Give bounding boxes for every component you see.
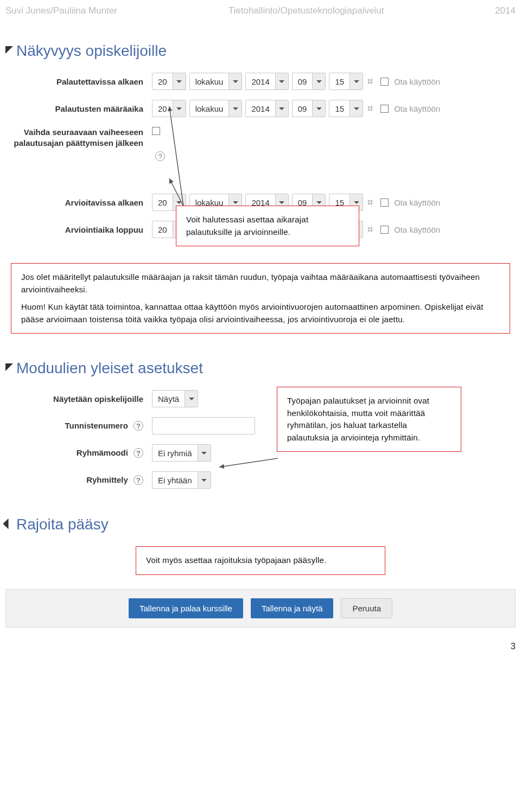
checkbox-next-phase[interactable]: [152, 127, 160, 135]
section-visibility[interactable]: Näkyvyys opiskelijoille: [5, 42, 516, 60]
show-select[interactable]: Näytä: [152, 390, 198, 407]
help-icon[interactable]: ?: [134, 421, 143, 431]
enable-label: Ota käyttöön: [394, 77, 440, 86]
enable-checkbox[interactable]: [380, 199, 389, 207]
enable-label: Ota käyttöön: [394, 198, 440, 207]
help-icon[interactable]: ?: [134, 475, 143, 485]
enable-checkbox[interactable]: [380, 226, 389, 234]
month-select[interactable]: lokakuu: [189, 100, 243, 117]
save-return-button[interactable]: Tallenna ja palaa kurssille: [129, 598, 243, 618]
section-module[interactable]: Moduulien yleiset asetukset: [5, 360, 516, 377]
month-select[interactable]: lokakuu: [189, 73, 243, 90]
calendar-icon[interactable]: ⌗: [367, 76, 373, 87]
calendar-icon[interactable]: ⌗: [367, 197, 373, 208]
groupmode-select[interactable]: Ei ryhmiä: [152, 444, 211, 462]
enable-checkbox[interactable]: [380, 78, 389, 86]
callout-restrict: Voit myös asettaa rajoituksia työpajaan …: [136, 546, 385, 575]
callout-deadlines: Voit halutessasi asettaa aikarajat palau…: [176, 206, 359, 246]
label-assess-end: Arviointiaika loppuu: [5, 225, 152, 234]
year-select[interactable]: 2014: [245, 73, 288, 90]
header-year: 2014: [495, 5, 516, 16]
enable-checkbox[interactable]: [380, 105, 389, 113]
idnumber-input[interactable]: [152, 417, 255, 434]
minute-select[interactable]: 15: [329, 73, 363, 90]
minute-select[interactable]: 15: [329, 100, 363, 117]
label-groupmode: Ryhmämoodi ?: [5, 448, 152, 458]
label-idnumber: Tunnistenumero ?: [5, 421, 152, 431]
day-select[interactable]: 20: [152, 73, 186, 90]
svg-line-2: [219, 458, 278, 467]
label-submit-by: Palautusten määräaika: [5, 104, 152, 113]
label-next-phase: Vaihda seuraavaan vaiheeseen palautusaja…: [5, 127, 152, 149]
enable-label: Ota käyttöön: [394, 225, 440, 234]
svg-line-0: [169, 106, 183, 206]
arrow-icon: [216, 437, 287, 475]
header-dept: Tietohallinto/Opetusteknologiapalvelut: [228, 5, 384, 16]
help-icon[interactable]: ?: [134, 448, 143, 458]
callout-autophase: Jos olet määritellyt palautuksille määrä…: [11, 263, 510, 334]
label-assess-from: Arvioitavissa alkaen: [5, 198, 152, 207]
footer-buttons: Tallenna ja palaa kurssille Tallenna ja …: [5, 589, 516, 628]
page-header: Suvi Junes/Pauliina Munter Tietohallinto…: [0, 0, 521, 16]
hour-select[interactable]: 09: [292, 73, 326, 90]
label-submit-from: Palautettavissa alkaen: [5, 77, 152, 86]
header-author: Suvi Junes/Pauliina Munter: [5, 5, 117, 16]
cancel-button[interactable]: Peruuta: [341, 598, 392, 618]
save-show-button[interactable]: Tallenna ja näytä: [251, 598, 334, 618]
callout-groups: Työpajan palautukset ja arvioinnit ovat …: [277, 387, 461, 452]
section-restrict[interactable]: Rajoita pääsy: [5, 516, 516, 533]
page-number: 3: [0, 633, 521, 657]
label-grouping: Ryhmittely ?: [5, 475, 152, 485]
label-show-students: Näytetään opiskelijoille: [5, 394, 152, 404]
hour-select[interactable]: 09: [292, 100, 326, 117]
arrow-icon: [164, 100, 196, 225]
enable-label: Ota käyttöön: [394, 104, 440, 113]
calendar-icon[interactable]: ⌗: [367, 103, 373, 114]
calendar-icon[interactable]: ⌗: [367, 224, 373, 235]
grouping-select[interactable]: Ei yhtään: [152, 471, 211, 489]
year-select[interactable]: 2014: [245, 100, 288, 117]
